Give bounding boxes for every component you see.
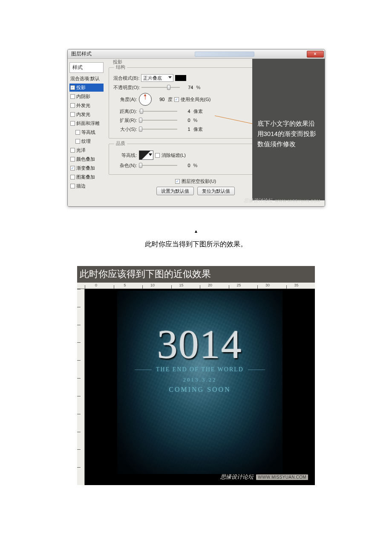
- spread-slider[interactable]: [139, 120, 177, 121]
- distance-label: 距离(D):: [113, 108, 137, 115]
- pointer-icon: ▴: [0, 228, 392, 234]
- checkbox-icon[interactable]: [70, 121, 75, 126]
- result-titlebar: 此时你应该得到下图的近似效果: [77, 266, 315, 282]
- angle-unit: 度: [168, 96, 173, 103]
- ruler-tick: 35: [287, 283, 300, 289]
- style-item-gradient-overlay[interactable]: 渐变叠加: [69, 164, 104, 172]
- watermark-zh: 思缘设计论坛: [244, 197, 272, 204]
- angle-label: 角度(A):: [113, 96, 137, 103]
- spread-value[interactable]: [179, 117, 192, 124]
- size-value[interactable]: [179, 126, 192, 133]
- styles-list-header: 样式: [69, 62, 104, 73]
- checkbox-icon[interactable]: [75, 139, 80, 144]
- contour-label: 等高线:: [113, 152, 137, 159]
- antialias-checkbox[interactable]: [155, 153, 160, 158]
- style-item-outer-glow[interactable]: 外发光: [69, 101, 104, 110]
- style-item-contour[interactable]: 等高线: [69, 128, 104, 136]
- checkbox-icon[interactable]: [70, 157, 75, 162]
- poster-line-3: COMING SOON: [169, 386, 231, 393]
- checkbox-icon[interactable]: [70, 85, 75, 90]
- style-item-label: 斜面和浮雕: [76, 120, 100, 127]
- checkbox-icon[interactable]: [70, 112, 75, 117]
- style-item-satin[interactable]: 光泽: [69, 146, 104, 154]
- contour-picker[interactable]: [139, 150, 153, 160]
- layer-style-dialog: 图层样式 × 样式 混合选项:默认 投影: [67, 49, 325, 207]
- opacity-value[interactable]: [182, 84, 194, 91]
- size-slider[interactable]: [139, 129, 177, 130]
- angle-dial[interactable]: [139, 93, 152, 106]
- ruler-vertical: [77, 289, 85, 485]
- noise-unit: %: [193, 163, 198, 168]
- checkbox-icon[interactable]: [70, 148, 75, 153]
- style-item-label: 描边: [76, 183, 86, 189]
- style-item-blend-defaults[interactable]: 混合选项:默认: [69, 75, 104, 83]
- noise-value[interactable]: [179, 162, 192, 169]
- style-item-label: 渐变叠加: [76, 165, 95, 171]
- ruler-tick: 25: [230, 283, 242, 289]
- blend-mode-value: 正片叠底: [143, 75, 162, 81]
- checkbox-icon[interactable]: [70, 184, 75, 188]
- close-button[interactable]: ×: [307, 51, 324, 58]
- ruler-tick: 20: [201, 283, 213, 289]
- size-label: 大小(S):: [113, 126, 137, 133]
- spread-label: 扩展(R):: [113, 117, 137, 124]
- opacity-slider[interactable]: [141, 87, 180, 88]
- poster-line-2: 2013.3.22: [183, 376, 217, 383]
- checkbox-icon[interactable]: [70, 94, 75, 99]
- angle-value[interactable]: [153, 96, 166, 103]
- titlebar-decoration: [195, 52, 254, 57]
- canvas-area: 3014 THE END OF THE WORLD 2013.3.22 COMI…: [85, 289, 315, 485]
- distance-value[interactable]: [179, 108, 192, 115]
- style-item-drop-shadow[interactable]: 投影: [69, 84, 104, 92]
- style-item-inner-glow[interactable]: 内发光: [69, 110, 104, 119]
- noise-label: 杂色(N):: [113, 162, 137, 169]
- close-icon: ×: [314, 52, 317, 56]
- dialog-titlebar: 图层样式 ×: [68, 49, 325, 59]
- quality-title: 品质: [114, 140, 127, 147]
- noise-slider[interactable]: [139, 165, 177, 166]
- style-item-label: 等高线: [81, 129, 95, 136]
- checkbox-icon[interactable]: [70, 166, 75, 171]
- chevron-down-icon: [149, 153, 152, 156]
- style-item-label: 混合选项:默认: [70, 75, 100, 82]
- checkbox-icon[interactable]: [70, 175, 75, 179]
- watermark: 思缘设计论坛 WWW.MISSYUAN.COM: [244, 197, 320, 204]
- style-item-stroke[interactable]: 描边: [69, 182, 104, 190]
- dialog-title: 图层样式: [71, 50, 92, 58]
- style-item-label: 颜色叠加: [76, 156, 95, 162]
- blend-mode-label: 混合模式(B):: [113, 75, 140, 81]
- watermark-en: WWW.MISSYUAN.COM: [256, 474, 308, 480]
- watermark-en: WWW.MISSYUAN.COM: [275, 199, 320, 203]
- distance-slider[interactable]: [139, 111, 177, 112]
- style-item-color-overlay[interactable]: 颜色叠加: [69, 155, 104, 163]
- watermark-zh: 思缘设计论坛: [220, 473, 254, 481]
- style-item-inner-shadow[interactable]: 内阴影: [69, 92, 104, 101]
- knockout-label: 图层挖空投影(U): [182, 178, 216, 185]
- style-item-label: 纹理: [81, 138, 91, 145]
- ruler-tick: 0: [86, 283, 98, 289]
- ruler-tick: 15: [172, 283, 185, 289]
- style-item-pattern-overlay[interactable]: 图案叠加: [69, 173, 104, 181]
- spread-unit: %: [193, 118, 198, 123]
- shadow-color-swatch[interactable]: [175, 75, 186, 81]
- blend-mode-dropdown[interactable]: 正片叠底: [141, 74, 173, 82]
- style-item-label: 光泽: [76, 147, 86, 153]
- global-light-label: 使用全局光(G): [181, 96, 211, 103]
- annotation-text: 底下小文字的效果沿用3014的渐变而投影数值须作修改: [257, 120, 316, 147]
- style-item-bevel[interactable]: 斜面和浮雕: [69, 119, 104, 127]
- knockout-checkbox[interactable]: [175, 179, 180, 184]
- checkbox-icon[interactable]: [75, 130, 80, 135]
- opacity-unit: %: [196, 85, 200, 90]
- style-item-texture[interactable]: 纹理: [69, 137, 104, 145]
- checkbox-icon[interactable]: [70, 103, 75, 108]
- reset-default-button[interactable]: 复位为默认值: [197, 187, 235, 195]
- ruler-tick: 10: [143, 283, 156, 289]
- style-item-label: 内阴影: [76, 93, 90, 100]
- poster-line-1: THE END OF THE WORLD: [156, 366, 244, 373]
- poster-headline: 3014: [157, 321, 242, 368]
- chevron-down-icon: [168, 76, 172, 78]
- global-light-checkbox[interactable]: [174, 97, 179, 102]
- set-default-button[interactable]: 设置为默认值: [156, 187, 194, 195]
- poster-artwork: 3014 THE END OF THE WORLD 2013.3.22 COMI…: [117, 291, 282, 474]
- watermark: 思缘设计论坛 WWW.MISSYUAN.COM: [220, 473, 308, 481]
